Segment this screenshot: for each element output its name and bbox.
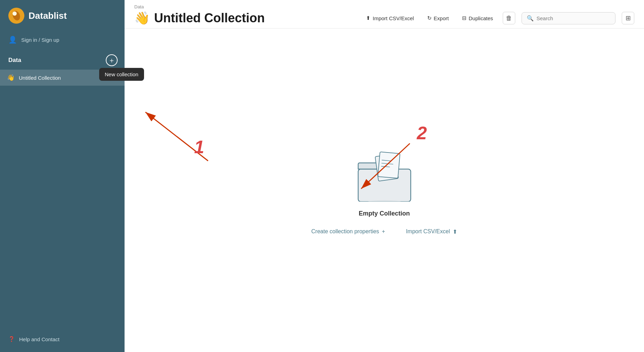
annotation-number-2: 2 (417, 123, 427, 143)
import-icon: ⬆ (366, 15, 371, 21)
top-bar: Data 👋 Untitled Collection ⬆ Import CSV/… (125, 0, 644, 29)
main-content: Data 👋 Untitled Collection ⬆ Import CSV/… (125, 0, 644, 352)
layout-toggle-button[interactable]: ⊞ (622, 12, 634, 24)
columns-icon: ⊞ (626, 14, 631, 22)
person-icon: 👤 (8, 36, 17, 44)
breadcrumb: Data (134, 4, 634, 9)
plus-icon: ＋ (108, 56, 115, 65)
search-box: 🔍 (522, 12, 615, 24)
page-title: Untitled Collection (154, 11, 265, 25)
svg-point-2 (13, 11, 17, 16)
collection-emoji: 👋 (7, 74, 15, 81)
header-actions: ⬆ Import CSV/Excel ↻ Export ⊟ Duplicates… (363, 12, 634, 24)
duplicates-label: Duplicates (469, 15, 493, 21)
export-button[interactable]: ↻ Export (424, 13, 452, 23)
export-icon: ↻ (427, 15, 432, 21)
sidebar: Datablist 👤 Sign in / Sign up Data ＋ 👋 U… (0, 0, 125, 352)
content-area: Empty Collection Create collection prope… (125, 29, 644, 352)
add-collection-button[interactable]: ＋ (106, 54, 118, 66)
duplicates-icon: ⊟ (462, 15, 467, 21)
svg-line-14 (145, 112, 208, 161)
import-csv-label: Import CSV/Excel (406, 228, 450, 235)
help-icon: ❓ (8, 336, 15, 342)
collection-name: Untitled Collection (19, 75, 61, 81)
import-label: Import CSV/Excel (373, 15, 414, 21)
duplicates-button[interactable]: ⊟ Duplicates (459, 13, 496, 23)
new-collection-tooltip: New collection (99, 68, 144, 81)
sidebar-logo: Datablist (0, 0, 125, 31)
data-section-label: Data (8, 57, 21, 64)
empty-collection-label: Empty Collection (359, 210, 410, 217)
help-label: Help and Contact (19, 336, 59, 342)
search-input[interactable] (536, 15, 610, 21)
help-contact-button[interactable]: ❓ Help and Contact (0, 329, 125, 352)
search-icon: 🔍 (527, 15, 534, 22)
export-label: Export (434, 15, 449, 21)
create-properties-plus-icon: + (382, 228, 385, 235)
create-collection-properties-button[interactable]: Create collection properties + (311, 228, 385, 235)
import-csv-button[interactable]: ⬆ Import CSV/Excel (363, 13, 417, 23)
page-title-row: 👋 Untitled Collection (134, 11, 265, 25)
import-csv-excel-button[interactable]: Import CSV/Excel ⬆ (406, 228, 457, 235)
trash-icon: 🗑 (506, 15, 512, 22)
annotation-number-1: 1 (194, 136, 204, 157)
empty-folder-illustration (353, 146, 416, 202)
datablist-logo-icon (8, 8, 24, 24)
sidebar-data-section: Data ＋ (0, 48, 125, 70)
import-csv-icon: ⬆ (453, 228, 457, 235)
action-links: Create collection properties + Import CS… (311, 228, 457, 235)
header-row: 👋 Untitled Collection ⬆ Import CSV/Excel… (134, 11, 634, 25)
delete-button[interactable]: 🗑 (503, 12, 515, 24)
app-title: Datablist (29, 10, 67, 21)
page-emoji: 👋 (134, 11, 150, 25)
signin-label: Sign in / Sign up (21, 37, 59, 43)
signin-button[interactable]: 👤 Sign in / Sign up (0, 31, 125, 48)
svg-rect-8 (378, 152, 400, 178)
create-properties-label: Create collection properties (311, 228, 379, 235)
